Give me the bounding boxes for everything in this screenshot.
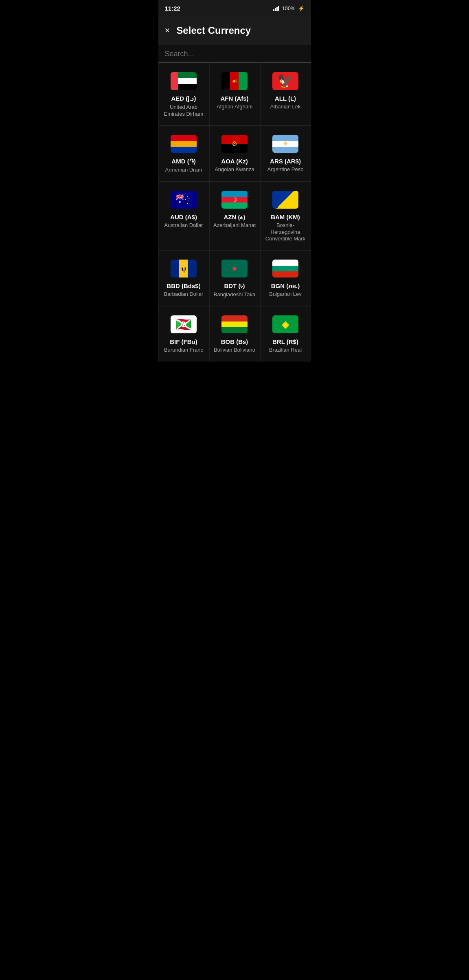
search-container [158, 45, 311, 63]
currency-name: Burundian Franc [164, 347, 203, 354]
currency-name: Bosnia-Herzegovina Convertible Mark [264, 222, 307, 243]
currency-item[interactable]: BBD (Bds$)Barbadian Dollar [158, 250, 209, 306]
currency-code: AZN (₼) [224, 214, 245, 220]
currency-code: BOB (Bs) [221, 338, 248, 345]
currency-flag [272, 191, 298, 209]
currency-code: BRL (R$) [272, 338, 298, 345]
currency-name: United Arab Emirates Dirham [162, 104, 206, 118]
currency-name: Bolivian Boliviano [214, 347, 255, 354]
currency-code: AOA (Kz) [221, 158, 248, 165]
currency-name: Barbadian Dollar [164, 291, 204, 298]
currency-name: Angolan Kwanza [215, 166, 254, 173]
currency-code: AED (د.إ) [171, 95, 196, 102]
currency-flag [272, 260, 298, 277]
currency-item[interactable]: AUD (A$)Australian Dollar [158, 181, 209, 251]
currency-item[interactable]: BOB (Bs)Bolivian Boliviano [209, 306, 260, 361]
currency-flag [221, 72, 248, 90]
status-time: 11:22 [165, 5, 180, 12]
currency-item[interactable]: 🦅ALL (L)Albanian Lek [260, 63, 311, 126]
currency-code: ALL (L) [275, 95, 296, 102]
signal-icon [273, 5, 279, 11]
currency-code: ARS (AR$) [270, 158, 301, 165]
currency-flag [221, 315, 248, 333]
currency-item[interactable]: ARS (AR$)Argentine Peso [260, 126, 311, 181]
currency-name: Armenian Dram [165, 167, 202, 174]
currency-item[interactable]: BRL (R$)Brazilian Real [260, 306, 311, 361]
currency-name: Argentine Peso [267, 166, 304, 173]
currency-item[interactable]: AMD (֏)Armenian Dram [158, 126, 209, 181]
currency-flag [272, 315, 298, 333]
currency-name: Albanian Lek [270, 104, 300, 110]
currency-flag [171, 260, 197, 277]
currency-code: AUD (A$) [170, 214, 197, 220]
currency-item[interactable]: AED (د.إ)United Arab Emirates Dirham [158, 63, 209, 126]
currency-code: AFN (Afs) [220, 95, 248, 102]
currency-code: BGN (лв.) [271, 282, 300, 289]
currency-flag [171, 135, 197, 153]
header: × Select Currency [158, 16, 311, 45]
battery-icon: ⚡ [298, 5, 305, 11]
currency-flag: 🦅 [272, 72, 298, 90]
currency-item[interactable]: BGN (лв.)Bulgarian Lev [260, 250, 311, 306]
currency-flag [171, 191, 197, 209]
currency-item[interactable]: AFN (Afs)Afghan Afghani [209, 63, 260, 126]
currency-name: Australian Dollar [164, 222, 203, 229]
currency-code: BBD (Bds$) [167, 282, 200, 289]
currency-flag [272, 135, 298, 153]
currency-item[interactable]: AZN (₼)Azerbaijani Manat [209, 181, 260, 251]
battery-percentage: 100% [282, 5, 295, 11]
currency-item[interactable]: 🇧🇮BIF (FBu)Burundian Franc [158, 306, 209, 361]
search-input[interactable] [165, 50, 305, 62]
currency-item[interactable]: BAM (KM)Bosnia-Herzegovina Convertible M… [260, 181, 311, 251]
currency-name: Azerbaijani Manat [213, 222, 256, 229]
currency-code: BAM (KM) [271, 214, 300, 220]
status-bar: 11:22 100% ⚡ [158, 0, 311, 16]
currency-name: Bulgarian Lev [269, 291, 302, 298]
status-icons: 100% ⚡ [273, 5, 304, 11]
currency-code: BIF (FBu) [170, 338, 197, 345]
currency-grid: AED (د.إ)United Arab Emirates DirhamAFN … [158, 63, 311, 361]
currency-item[interactable]: AOA (Kz)Angolan Kwanza [209, 126, 260, 181]
page-title: Select Currency [176, 25, 251, 36]
currency-name: Brazilian Real [269, 347, 302, 354]
currency-code: BDT (৳) [224, 282, 245, 290]
currency-name: Bangladeshi Taka [214, 291, 255, 298]
currency-flag [221, 191, 248, 209]
currency-code: AMD (֏) [171, 158, 195, 165]
currency-flag: 🇧🇮 [171, 315, 197, 333]
currency-flag [221, 135, 248, 153]
currency-item[interactable]: BDT (৳)Bangladeshi Taka [209, 250, 260, 306]
currency-flag [221, 260, 248, 277]
currency-flag [171, 72, 197, 90]
close-button[interactable]: × [165, 26, 170, 35]
currency-name: Afghan Afghani [217, 104, 252, 110]
